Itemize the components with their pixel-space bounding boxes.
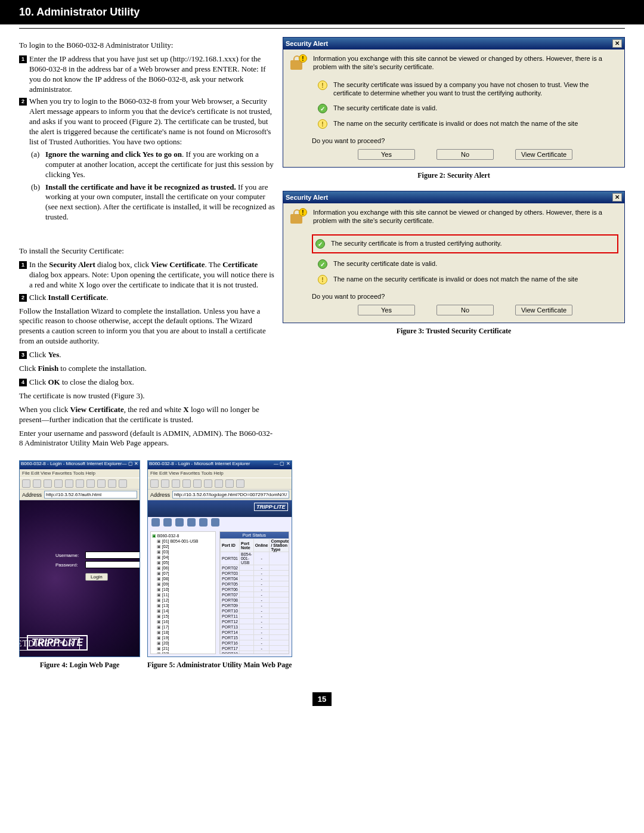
tree-node[interactable]: [16]	[152, 619, 214, 624]
table-row[interactable]: PORT07-	[220, 592, 289, 597]
table-row[interactable]: PORT09-	[220, 603, 289, 608]
col-header[interactable]: Online	[253, 539, 270, 552]
table-row[interactable]: PORT04-	[220, 576, 289, 581]
tree-node[interactable]: [10]	[152, 587, 214, 592]
admin-tool-icon[interactable]	[199, 518, 208, 527]
tree-node[interactable]: [09]	[152, 581, 214, 587]
favorites-icon[interactable]	[215, 479, 223, 488]
port-tree[interactable]: B060-032-8[01] B054-001-USB[02][03][04][…	[150, 531, 216, 654]
tree-node[interactable]: [15]	[152, 614, 214, 619]
view-certificate-button[interactable]: View Certificate	[515, 149, 572, 160]
admin-tool-icon[interactable]	[151, 518, 160, 527]
tree-node[interactable]: [05]	[152, 560, 214, 565]
step-number: 1	[19, 55, 27, 63]
tree-node[interactable]: [11]	[152, 592, 214, 597]
table-row[interactable]: PORT12-	[220, 619, 289, 624]
table-row[interactable]: PORT05-	[220, 581, 289, 587]
address-input[interactable]	[44, 491, 137, 498]
yes-button[interactable]: Yes	[358, 305, 415, 315]
table-title: Port Status	[220, 532, 289, 538]
password-input[interactable]	[85, 561, 140, 568]
option-label: (b)	[31, 182, 43, 223]
search-icon[interactable]	[204, 479, 212, 488]
table-row[interactable]: PORT16-	[220, 640, 289, 646]
tree-node[interactable]: [21]	[152, 646, 214, 651]
menu-bar[interactable]: File Edit View Favorites Tools Help	[20, 469, 140, 478]
tree-node[interactable]: [17]	[152, 624, 214, 630]
col-header[interactable]: Port Note	[239, 539, 253, 552]
tree-node[interactable]: [12]	[152, 597, 214, 603]
section-header: 10. Administrator Utility	[0, 0, 644, 24]
username-input[interactable]	[85, 552, 140, 559]
tree-node[interactable]: [14]	[152, 608, 214, 614]
admin-tool-icon[interactable]	[187, 518, 196, 527]
tree-node[interactable]: [18]	[152, 630, 214, 635]
address-input[interactable]	[172, 491, 289, 498]
col-header[interactable]: Port ID	[220, 539, 239, 552]
close-icon[interactable]: ✕	[612, 193, 622, 202]
tree-node[interactable]: [02]	[152, 544, 214, 549]
table-row[interactable]: PORT14-	[220, 630, 289, 635]
table-row[interactable]: PORT18-	[220, 651, 289, 655]
history-icon[interactable]	[97, 479, 106, 488]
tree-node[interactable]: [19]	[152, 635, 214, 640]
refresh-icon[interactable]	[182, 479, 191, 488]
tree-node[interactable]: [20]	[152, 640, 214, 646]
table-row[interactable]: PORT10-	[220, 608, 289, 614]
admin-page-screenshot: B060-032-8 - Login - Microsoft Internet …	[147, 460, 292, 657]
figure-caption: Figure 3: Trusted Security Certificate	[283, 327, 625, 336]
no-button[interactable]: No	[436, 149, 494, 160]
refresh-icon[interactable]	[54, 479, 63, 488]
tree-node[interactable]: [13]	[152, 603, 214, 608]
history-icon[interactable]	[225, 479, 234, 488]
admin-toolbar[interactable]	[151, 518, 288, 529]
tree-node[interactable]: [22]	[152, 651, 214, 654]
table-row[interactable]: PORT03-	[220, 571, 289, 576]
tree-node[interactable]: [06]	[152, 565, 214, 571]
forward-icon[interactable]	[33, 479, 41, 488]
home-icon[interactable]	[193, 479, 202, 488]
table-row[interactable]: PORT01B054-001-USB-	[220, 552, 289, 565]
tree-node[interactable]: [03]	[152, 549, 214, 555]
forward-icon[interactable]	[161, 479, 169, 488]
home-icon[interactable]	[65, 479, 73, 488]
table-row[interactable]: PORT02-	[220, 565, 289, 571]
favorites-icon[interactable]	[86, 479, 95, 488]
window-controls[interactable]: — ▢ ✕	[274, 461, 290, 469]
col-header[interactable]: Computer / Station Type	[270, 539, 289, 552]
search-icon[interactable]	[76, 479, 84, 488]
toolbar[interactable]	[20, 478, 140, 490]
mail-icon[interactable]	[108, 479, 116, 488]
yes-button[interactable]: Yes	[358, 149, 415, 160]
tree-node[interactable]: [04]	[152, 555, 214, 560]
step-para: Follow the Installation Wizard to comple…	[19, 306, 275, 347]
toolbar[interactable]	[148, 478, 292, 490]
table-row[interactable]: PORT11-	[220, 614, 289, 619]
stop-icon[interactable]	[172, 479, 180, 488]
print-icon[interactable]	[119, 479, 127, 488]
address-label: Address	[150, 492, 170, 498]
stop-icon[interactable]	[44, 479, 52, 488]
table-row[interactable]: PORT17-	[220, 646, 289, 651]
window-controls[interactable]: — ▢ ✕	[122, 461, 138, 469]
table-row[interactable]: PORT08-	[220, 597, 289, 603]
admin-tool-icon[interactable]	[175, 518, 184, 527]
admin-tool-icon[interactable]	[211, 518, 219, 527]
view-certificate-button[interactable]: View Certificate	[515, 305, 572, 315]
tree-root[interactable]: B060-032-8	[152, 533, 214, 538]
login-button[interactable]: Login	[85, 573, 108, 581]
back-icon[interactable]	[22, 479, 30, 488]
left-column: To login to the B060-032-8 Administrator…	[19, 37, 275, 452]
tree-node[interactable]: [01] B054-001-USB	[152, 538, 214, 544]
no-button[interactable]: No	[436, 305, 494, 315]
menu-bar[interactable]: File Edit View Favorites Tools Help	[148, 469, 292, 478]
mail-icon[interactable]	[236, 479, 244, 488]
table-row[interactable]: PORT06-	[220, 587, 289, 592]
table-row[interactable]: PORT15-	[220, 635, 289, 640]
table-row[interactable]: PORT13-	[220, 624, 289, 630]
tree-node[interactable]: [07]	[152, 571, 214, 576]
close-icon[interactable]: ✕	[612, 39, 622, 48]
back-icon[interactable]	[150, 479, 159, 488]
admin-tool-icon[interactable]	[163, 518, 172, 527]
tree-node[interactable]: [08]	[152, 576, 214, 581]
